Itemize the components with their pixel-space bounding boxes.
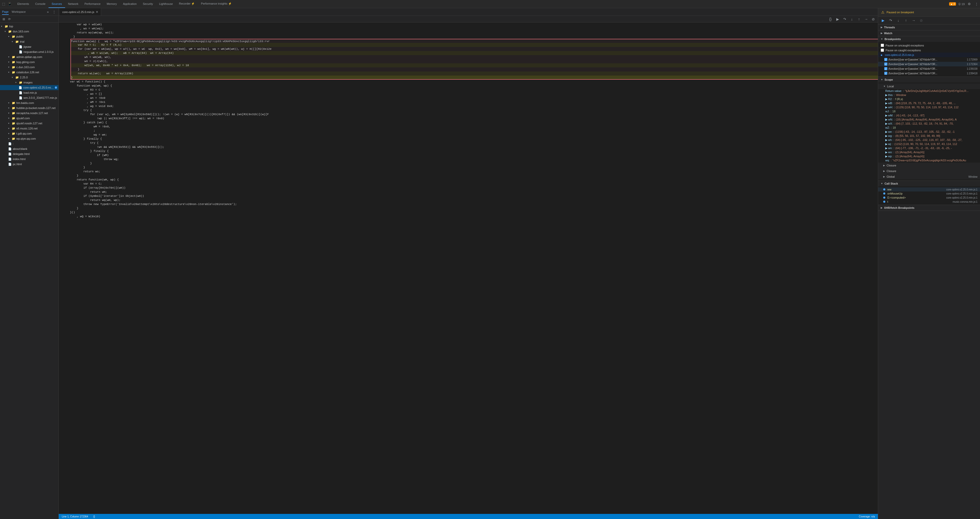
code-line[interactable]: } bbox=[70, 161, 878, 166]
code-line[interactable]: ; bbox=[70, 129, 878, 133]
pause-uncaught-row[interactable]: Pause on uncaught exceptions bbox=[878, 43, 980, 48]
code-line[interactable]: throw new TypeError('Invalid\x20attempt\… bbox=[70, 202, 878, 206]
editor-tab-file[interactable]: core-optimi.v2.25.0.min.js ✕ bbox=[60, 8, 101, 16]
step-into-icon[interactable]: ↓ bbox=[849, 17, 854, 22]
breakpoint-item[interactable]: ✓ (function(){var w=['passive','d2Yidzdv… bbox=[878, 71, 980, 76]
tree-item-load-min-js[interactable]: 📄load.min.js bbox=[0, 90, 59, 95]
callstack-item[interactable]: wwcore-optimi.v2.25.0.min.js:1 bbox=[878, 187, 980, 191]
section-threads-header[interactable]: ▶ Threads bbox=[878, 24, 980, 30]
code-line[interactable]: , wB = wi(wH, wX); wB = Array(64) wX = A… bbox=[70, 51, 878, 55]
code-line[interactable]: } bbox=[70, 166, 878, 169]
closure2-header[interactable]: ▶ Closure bbox=[878, 168, 980, 174]
tree-item-core-optimi-v2-25-0-min-js[interactable]: 📄core-optimi.v2.25.0.min.js bbox=[0, 85, 59, 90]
closure1-header[interactable]: ▶ Closure bbox=[878, 162, 980, 168]
step-out-btn[interactable]: ↑ bbox=[903, 18, 909, 23]
code-line[interactable]: return function(wH, wp) { bbox=[70, 178, 878, 182]
tree-item-top[interactable]: ▾📁top bbox=[0, 24, 59, 29]
nav-tab-recorder-⚡[interactable]: Recorder ⚡ bbox=[176, 0, 198, 8]
tree-item-public[interactable]: ▾📁public bbox=[0, 34, 59, 39]
warning-badge[interactable]: ▲ 3 bbox=[949, 2, 956, 6]
tree-item-hubble-js-bucket-nosdn-127-net[interactable]: ▾📁hubble-js-bucket.nosdn.127.net bbox=[0, 105, 59, 111]
code-line[interactable]: function ww(wq) { wq = "vZF2rwa+rp33:6Ej… bbox=[70, 39, 878, 43]
code-line[interactable]: var R2 = C; R2 = f (R,s) bbox=[70, 43, 878, 47]
tree-item-necaptcha-nosdn-127-net[interactable]: ▾📁necaptcha.nosdn.127.net bbox=[0, 111, 59, 116]
tree-item-s6-music-126-net[interactable]: ▾📁s6.music.126.net bbox=[0, 126, 59, 131]
code-line[interactable]: if (wM) bbox=[70, 153, 878, 157]
pause-caught-row[interactable]: Pause on caught exceptions bbox=[878, 48, 980, 53]
code-line[interactable]: !wn && wN[R3(0x553)] && wN[R3(0x553)](); bbox=[70, 145, 878, 149]
code-line[interactable]: , wo = [] bbox=[70, 92, 878, 96]
code-line[interactable]: , wo = wK(wq); bbox=[70, 27, 878, 31]
tree-item-wp-qiye-qq-com[interactable]: ▾📁wp.qiye.qq.com bbox=[0, 136, 59, 141]
deactivate-btn[interactable]: ⊘ bbox=[918, 18, 924, 23]
code-line[interactable]: return wy(wm(wp, wo)); bbox=[70, 31, 878, 35]
code-line[interactable]: , wg = void 0x0; bbox=[70, 104, 878, 108]
breakpoint-item[interactable]: ✓ (function(){var w=['passive','d2Yidzdv… bbox=[878, 57, 980, 62]
nav-tab-performance[interactable]: Performance bbox=[81, 0, 103, 8]
code-line[interactable]: throw wg; bbox=[70, 157, 878, 161]
section-xhr-header[interactable]: ▶ XHR/fetch Breakpoints bbox=[878, 205, 980, 211]
step-btn[interactable]: → bbox=[911, 18, 916, 23]
code-line[interactable]: !wp || wo[R3(0x3ff)] !== wp); wn = !0x0) bbox=[70, 116, 878, 121]
code-line[interactable]: wX = J(J(wh)), bbox=[70, 59, 878, 63]
code-line[interactable]: } bbox=[70, 174, 878, 178]
tree-item-qiyukf-com[interactable]: ▾📁qiyukf.com bbox=[0, 116, 59, 121]
tree-item-t-gdt-qq-com[interactable]: ▾📁t.gdt.qq.com bbox=[0, 131, 59, 136]
code-line[interactable]: return wq(wH, wp); bbox=[70, 198, 878, 202]
code-line[interactable]: var wp = wd(wH) bbox=[70, 22, 878, 27]
code-line[interactable]: wM = !0x0, bbox=[70, 124, 878, 129]
sync-icon[interactable]: ⟳ bbox=[7, 17, 12, 21]
tree-item-qiyukf-nosdn-127-net[interactable]: ▾📁qiyukf.nosdn.127.net bbox=[0, 121, 59, 126]
tree-item-cstaticdun-126-net[interactable]: ▾📁cstaticdun.126.net bbox=[0, 70, 59, 75]
bp-checkbox[interactable]: ✓ bbox=[884, 62, 887, 65]
tab-page[interactable]: Page bbox=[2, 9, 9, 15]
code-line[interactable]: var R4 = C; bbox=[70, 182, 878, 186]
editor-tab-close[interactable]: ✕ bbox=[96, 10, 98, 14]
breakpoint-item[interactable]: ✓ (function(){var w=['passive','d2Yidzdv… bbox=[878, 66, 980, 71]
tree-item-images[interactable]: ▾📁images bbox=[0, 80, 59, 85]
tree-item-bqq-gtimg-com[interactable]: ▾📁bqq.gtimg.com bbox=[0, 59, 59, 65]
pause-caught-checkbox[interactable] bbox=[881, 48, 884, 52]
nav-tab-sources[interactable]: Sources bbox=[48, 0, 65, 8]
code-line[interactable]: for (var wH = wK(wq), wp = w7(), wo = wC… bbox=[70, 47, 878, 51]
bp-checkbox[interactable]: ✓ bbox=[884, 67, 887, 70]
section-callstack-header[interactable]: ▼ Call Stack bbox=[878, 181, 980, 186]
tree-item-about-blank[interactable]: 📄about:blank bbox=[0, 146, 59, 151]
sidebar-more-icon[interactable]: » bbox=[47, 10, 49, 14]
code-line[interactable]: return wL(we); we = Array(1156) bbox=[70, 72, 878, 76]
split-editor-icon[interactable]: ⊞ bbox=[2, 17, 6, 21]
format-icon[interactable]: {} bbox=[828, 17, 833, 22]
inspect-icon[interactable]: ⬚ bbox=[1, 2, 6, 6]
device-icon[interactable]: 📱 bbox=[7, 2, 12, 6]
nav-tab-security[interactable]: Security bbox=[140, 0, 156, 8]
pause-uncaught-checkbox[interactable] bbox=[881, 44, 884, 47]
code-line[interactable]: try { bbox=[70, 108, 878, 112]
deactivate-breakpoints-icon[interactable]: ⊘ bbox=[871, 17, 876, 22]
tree-item--[interactable]: 📄: bbox=[0, 141, 59, 146]
nav-tab-performance-insights-⚡[interactable]: Performance insights ⚡ bbox=[198, 0, 235, 8]
code-line[interactable]: if (Array[R4(0x784)](wH)) bbox=[70, 186, 878, 190]
tree-item-index-html[interactable]: 📄index.html bbox=[0, 156, 59, 162]
global-header[interactable]: ▶ Global Window bbox=[878, 174, 980, 180]
step-out-icon[interactable]: ↑ bbox=[856, 17, 862, 22]
callstack-item[interactable]: D.<computed>core-optimi.v2.25.0.min.js:1 bbox=[878, 196, 980, 200]
code-line[interactable]: for (var wj, wN = wH[Symbol[R3(0x59d)]](… bbox=[70, 112, 878, 116]
code-line[interactable]: try { bbox=[70, 141, 878, 145]
resume-debugger-btn[interactable]: ▶ bbox=[880, 18, 886, 23]
code-line[interactable]: } bbox=[70, 67, 878, 72]
tree-item-c-dun-163-com[interactable]: ▾📁c.dun.163.com bbox=[0, 65, 59, 70]
code-line[interactable]: , wM = !0x1 bbox=[70, 100, 878, 104]
more-icon[interactable]: ⋮ bbox=[974, 2, 979, 6]
section-watch-header[interactable]: ▶ Watch bbox=[878, 30, 980, 36]
step-over-btn[interactable]: ↷ bbox=[888, 18, 894, 23]
tree-item-pc-html[interactable]: 📄pc.html bbox=[0, 162, 59, 167]
code-line[interactable]: } bbox=[70, 206, 878, 210]
sidebar-options-icon[interactable]: ⋮ bbox=[52, 10, 56, 14]
settings-icon[interactable]: ⚙ bbox=[967, 2, 972, 6]
tree-item-jigsaw[interactable]: 📄jigsaw bbox=[0, 44, 59, 49]
code-line[interactable]: var R3 = C bbox=[70, 88, 878, 92]
tree-item-2-25-0[interactable]: ▾📁2.25.0 bbox=[0, 75, 59, 80]
breakpoint-item[interactable]: ✓ (function(){var w=['passive','d2Yidzdv… bbox=[878, 62, 980, 66]
tree-item-neguardian-umd-1-0-0-js[interactable]: 📄neguardian.umd.1.0.0.js bbox=[0, 49, 59, 54]
nav-tab-network[interactable]: Network bbox=[65, 0, 81, 8]
